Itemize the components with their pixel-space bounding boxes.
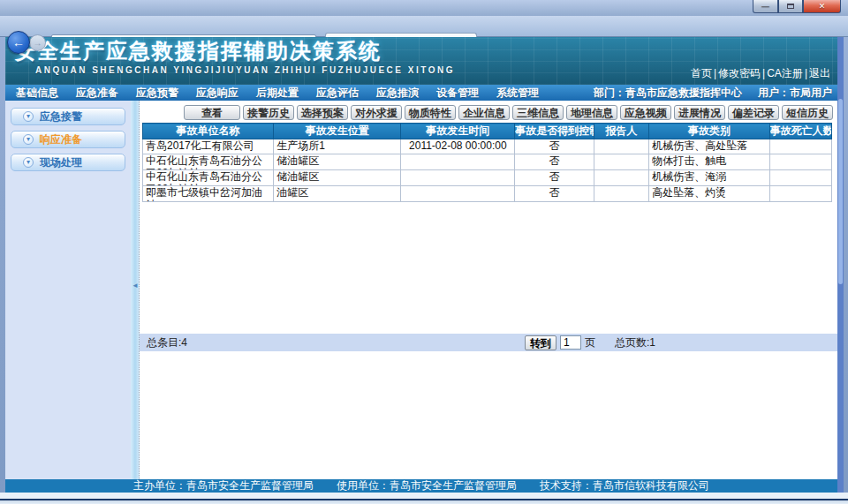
table-cell: [594, 139, 648, 154]
toolbar-button-4[interactable]: 物质特性: [405, 105, 456, 120]
scrollbar-thumb[interactable]: [838, 99, 843, 284]
total-items-label: 总条目:4: [147, 335, 187, 350]
total-pages-label: 总页数:1: [615, 335, 655, 350]
chevron-down-icon: ▾: [23, 134, 34, 145]
header-link-3[interactable]: CA注册: [767, 67, 803, 79]
table-cell: 机械伤害、淹溺: [649, 170, 770, 186]
table-cell: 物体打击、触电: [649, 154, 770, 170]
page-number-input[interactable]: [560, 335, 581, 350]
toolbar-button-9[interactable]: 进展情况: [674, 105, 725, 120]
nav-item-1[interactable]: 基础信息: [16, 86, 58, 101]
column-header-3: 事故发生时间: [401, 124, 515, 139]
page-footer: 主办单位：青岛市安全生产监督管理局 使用单位：青岛市安全生产监督管理局 技术支持…: [5, 479, 837, 493]
header-link-1[interactable]: 首页: [691, 67, 712, 79]
table-cell: 青岛2017化工有限公司: [143, 139, 274, 154]
toolbar-button-2[interactable]: 选择预案: [297, 105, 348, 120]
table-cell: 生产场所1: [274, 139, 401, 154]
window-titlebar: — ✕: [0, 0, 848, 16]
table-cell: 中石化山东青岛石油分公司09加油站: [143, 170, 274, 186]
forward-button[interactable]: →: [29, 34, 46, 51]
nav-item-5[interactable]: 后期处置: [256, 86, 299, 101]
sidebar-item-label: 应急接警: [40, 109, 82, 124]
header-link-2[interactable]: 修改密码: [718, 67, 761, 79]
column-header-5: 报告人: [594, 124, 648, 139]
column-header-4: 事故是否得到控制: [515, 124, 594, 139]
sidebar-splitter[interactable]: ◄: [131, 101, 140, 479]
maximize-button[interactable]: [778, 0, 803, 13]
cell-text: 否: [518, 170, 591, 183]
nav-item-3[interactable]: 应急预警: [136, 86, 178, 101]
toolbar-button-10[interactable]: 偏差记录: [728, 105, 779, 120]
back-button[interactable]: ←: [7, 31, 30, 54]
table-cell: 机械伤害、高处坠落: [649, 139, 770, 154]
table-cell: [769, 154, 831, 170]
toolbar-button-6[interactable]: 三维信息: [512, 105, 564, 120]
toolbar-button-1[interactable]: 接警历史: [243, 105, 294, 120]
minimize-button[interactable]: —: [753, 0, 778, 13]
table-cell: 否: [515, 154, 594, 170]
cell-text: 储油罐区: [276, 170, 398, 183]
toolbar-button-11[interactable]: 短信历史: [782, 105, 833, 120]
sidebar: ▾应急接警▾响应准备▾现场处理: [5, 101, 131, 479]
toolbar-button-3[interactable]: 对外求援: [351, 105, 402, 120]
sidebar-item-2[interactable]: ▾响应准备: [11, 131, 125, 148]
table-cell: 油罐区: [274, 186, 401, 202]
user-label: 用户：市局用户: [758, 86, 832, 101]
page-viewport: 安全生产应急救援指挥辅助决策系统 ANQUAN SHENGCHAN YINGJI…: [5, 37, 837, 493]
cell-text: 否: [518, 139, 591, 152]
nav-item-2[interactable]: 应急准备: [76, 86, 118, 101]
link-separator: |: [714, 67, 716, 79]
table-row[interactable]: 中石化山东青岛石油分公司09加油站储油罐区否机械伤害、淹溺: [143, 170, 832, 186]
nav-item-9[interactable]: 系统管理: [496, 86, 539, 101]
window-bottom-frame: [0, 493, 848, 504]
chevron-down-icon: ▾: [23, 111, 34, 122]
cell-text: 否: [518, 186, 591, 199]
table-cell: 2011-02-08 00:00:00: [401, 139, 515, 154]
nav-item-8[interactable]: 设备管理: [436, 86, 479, 101]
page-title: 安全生产应急救援指挥辅助决策系统: [14, 37, 382, 65]
nav-item-7[interactable]: 应急推演: [376, 86, 419, 101]
table-cell: [594, 170, 648, 186]
table-cell: 否: [515, 139, 594, 154]
nav-item-6[interactable]: 应急评估: [316, 86, 359, 101]
link-separator: |: [805, 67, 807, 79]
cell-text: 青岛2017化工有限公司: [146, 139, 270, 152]
scrollbar[interactable]: [837, 37, 844, 493]
view-button[interactable]: 查看: [184, 105, 240, 120]
main-menu-bar: 基础信息应急准备应急预警应急响应后期处置应急评估应急推演设备管理系统管理 部门：…: [5, 85, 837, 101]
incident-table: 事故单位名称事故发生位置事故发生时间事故是否得到控制报告人事故类别事故死亡人数 …: [142, 123, 832, 202]
table-cell: 即墨市七级镇中岔河加油站: [143, 186, 274, 202]
toolbar-button-8[interactable]: 应急视频: [620, 105, 671, 120]
cell-text: 机械伤害、高处坠落: [652, 139, 767, 152]
table-row[interactable]: 即墨市七级镇中岔河加油站油罐区否高处坠落、灼烫: [143, 186, 832, 202]
page-subtitle: ANQUAN SHENGCHAN YINGJIJIUYUAN ZHIHUI FU…: [35, 65, 455, 75]
nav-item-4[interactable]: 应急响应: [196, 86, 238, 101]
sidebar-item-3[interactable]: ▾现场处理: [11, 154, 125, 171]
department-label: 部门：青岛市应急救援指挥中心: [594, 86, 742, 101]
toolbar-button-7[interactable]: 地理信息: [566, 105, 617, 120]
header-link-4[interactable]: 退出: [809, 67, 830, 79]
table-cell: 高处坠落、灼烫: [649, 186, 770, 202]
table-row[interactable]: 中石化山东青岛石油分公司09加油站储油罐区否物体打击、触电: [143, 154, 832, 170]
chevron-down-icon: ▾: [23, 157, 34, 168]
goto-page-button[interactable]: 转到: [525, 335, 556, 350]
cell-text: 即墨市七级镇中岔河加油站: [146, 186, 270, 201]
sidebar-item-1[interactable]: ▾应急接警: [11, 108, 125, 125]
page-unit-label: 页: [585, 335, 595, 350]
cell-text: 物体打击、触电: [652, 154, 767, 167]
table-row[interactable]: 青岛2017化工有限公司生产场所12011-02-08 00:00:00否机械伤…: [143, 139, 832, 154]
close-button[interactable]: ✕: [803, 0, 841, 13]
window-caption-buttons: — ✕: [753, 0, 841, 13]
footer-user-label: 使用单位：青岛市安全生产监督管理局: [337, 478, 517, 493]
table-cell: [594, 154, 648, 170]
maximize-icon: [787, 4, 794, 9]
table-cell: [769, 139, 831, 154]
table-cell: 储油罐区: [274, 170, 401, 186]
footer-tech-label: 技术支持：青岛市信软科技有限公司: [540, 478, 709, 493]
app-header: 安全生产应急救援指挥辅助决策系统 ANQUAN SHENGCHAN YINGJI…: [5, 37, 837, 85]
toolbar-button-5[interactable]: 企业信息: [458, 105, 510, 120]
collapse-arrow-icon[interactable]: ◄: [132, 282, 139, 290]
sidebar-item-label: 响应准备: [40, 132, 82, 147]
table-cell: 中石化山东青岛石油分公司09加油站: [143, 154, 274, 170]
sidebar-item-label: 现场处理: [40, 155, 82, 170]
